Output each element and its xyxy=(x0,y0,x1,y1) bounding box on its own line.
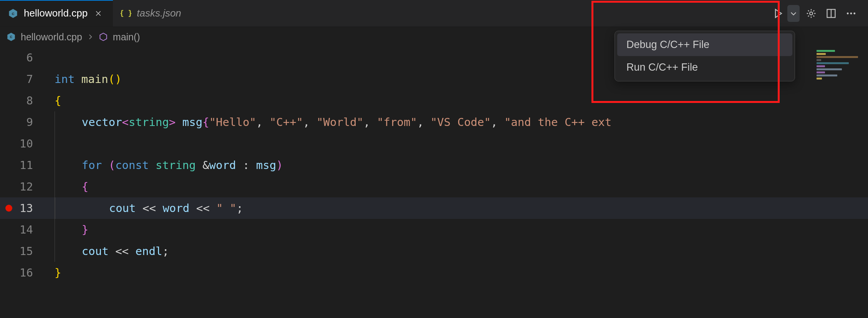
line-number[interactable]: 11 xyxy=(0,154,41,176)
tab-tasks-json[interactable]: { } tasks.json xyxy=(113,0,190,26)
code-line[interactable]: 13 cout << word << " "; xyxy=(0,197,868,219)
code-content[interactable]: } xyxy=(41,262,61,283)
svg-point-4 xyxy=(810,12,813,15)
code-line[interactable]: 12 { xyxy=(0,176,868,197)
minimap[interactable] xyxy=(817,50,863,84)
code-content[interactable]: vector<string> msg{"Hello", "C++", "Worl… xyxy=(41,111,611,133)
chevron-right-icon xyxy=(87,31,94,43)
run-debug-dropdown: Debug C/C++ File Run C/C++ File xyxy=(615,31,795,81)
line-number[interactable]: 9 xyxy=(0,111,41,133)
code-content[interactable] xyxy=(41,133,82,154)
dropdown-item-label: Run C/C++ File xyxy=(626,61,698,73)
code-line[interactable]: 16} xyxy=(0,262,868,283)
svg-point-9 xyxy=(853,12,855,14)
line-number[interactable]: 6 xyxy=(0,47,41,68)
code-content[interactable]: int main() xyxy=(41,68,122,90)
line-number[interactable]: 10 xyxy=(0,133,41,154)
line-number[interactable]: 13 xyxy=(0,197,41,219)
code-line[interactable]: 10 xyxy=(0,133,868,154)
svg-point-7 xyxy=(847,12,849,14)
close-icon[interactable] xyxy=(93,8,104,19)
line-number[interactable]: 15 xyxy=(0,240,41,262)
line-number[interactable]: 16 xyxy=(0,262,41,283)
code-content[interactable]: for (const string &word : msg) xyxy=(41,154,283,176)
more-actions-button[interactable] xyxy=(843,5,860,22)
code-content[interactable]: { xyxy=(41,176,88,197)
line-number[interactable]: 7 xyxy=(0,68,41,90)
cpp-file-icon: C xyxy=(6,32,16,42)
code-line[interactable]: 11 for (const string &word : msg) xyxy=(0,154,868,176)
symbol-method-icon xyxy=(98,32,108,42)
svg-text:C: C xyxy=(10,35,13,39)
breadcrumb-file[interactable]: helloworld.cpp xyxy=(21,31,82,43)
svg-text:+: + xyxy=(16,13,17,15)
run-button[interactable] xyxy=(770,5,787,22)
code-line[interactable]: 14 } xyxy=(0,219,868,240)
dropdown-item-run[interactable]: Run C/C++ File xyxy=(617,56,792,79)
json-file-icon: { } xyxy=(121,8,131,19)
breadcrumb-symbol[interactable]: main() xyxy=(113,31,140,43)
tab-label: tasks.json xyxy=(137,7,181,19)
cpp-file-icon: C + + xyxy=(8,8,18,19)
run-dropdown-toggle[interactable] xyxy=(787,5,800,22)
line-number[interactable]: 14 xyxy=(0,219,41,240)
code-content[interactable]: cout << endl; xyxy=(41,240,169,262)
svg-point-8 xyxy=(850,12,852,14)
gear-icon xyxy=(806,8,817,19)
tab-label: helloworld.cpp xyxy=(24,7,88,19)
code-line[interactable]: 8{ xyxy=(0,90,868,111)
editor-title-actions xyxy=(770,0,865,26)
line-number[interactable]: 12 xyxy=(0,176,41,197)
more-icon xyxy=(846,8,856,19)
dropdown-item-debug[interactable]: Debug C/C++ File xyxy=(617,33,792,56)
chevron-down-icon xyxy=(790,10,797,17)
editor-tab-bar: C + + helloworld.cpp { } tasks.json xyxy=(0,0,868,27)
svg-text:{ }: { } xyxy=(121,9,131,17)
code-content[interactable]: { xyxy=(41,90,61,111)
breakpoint-icon[interactable] xyxy=(5,205,12,212)
dropdown-item-label: Debug C/C++ File xyxy=(626,39,709,50)
code-line[interactable]: 15 cout << endl; xyxy=(0,240,868,262)
svg-text:C: C xyxy=(12,12,15,15)
split-editor-icon xyxy=(826,8,837,19)
split-editor-button[interactable] xyxy=(823,5,840,22)
tab-helloworld-cpp[interactable]: C + + helloworld.cpp xyxy=(0,0,113,26)
play-icon xyxy=(773,8,784,19)
settings-button[interactable] xyxy=(803,5,820,22)
code-content[interactable]: cout << word << " "; xyxy=(41,197,243,219)
code-line[interactable]: 9 vector<string> msg{"Hello", "C++", "Wo… xyxy=(0,111,868,133)
code-content[interactable]: } xyxy=(41,219,88,240)
code-editor[interactable]: 67int main()8{9 vector<string> msg{"Hell… xyxy=(0,47,868,318)
line-number[interactable]: 8 xyxy=(0,90,41,111)
